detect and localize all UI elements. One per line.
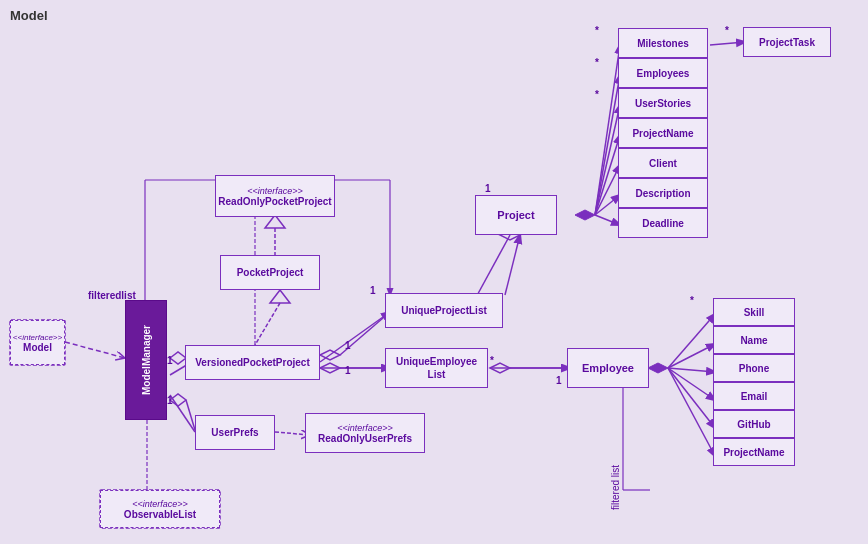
client-box: Client <box>618 148 708 178</box>
oblist-stereotype: <<interface>> <box>132 499 188 509</box>
milestones-label: Milestones <box>637 38 689 49</box>
project-name-emp-box: ProjectName <box>713 438 795 466</box>
svg-marker-33 <box>320 350 340 360</box>
name-attr-label: Name <box>740 335 767 346</box>
svg-line-12 <box>595 135 620 215</box>
description-box: Description <box>618 178 708 208</box>
svg-line-6 <box>505 235 520 295</box>
email-box: Email <box>713 382 795 410</box>
user-prefs-box: UserPrefs <box>195 415 275 450</box>
svg-line-16 <box>710 42 745 45</box>
ropj-name: ReadOnlyPocketProject <box>218 196 331 207</box>
svg-marker-35 <box>320 363 340 373</box>
client-label: Client <box>649 158 677 169</box>
unique-project-list-label: UniqueProjectList <box>401 305 487 316</box>
employees-attr-box: Employees <box>618 58 708 88</box>
svg-marker-17 <box>648 363 668 373</box>
project-name-proj-label: ProjectName <box>632 128 693 139</box>
versioned-pocket-project-box: VersionedPocketProject <box>185 345 320 380</box>
model-manager-box: ModelManager <box>125 300 167 420</box>
project-box: Project <box>475 195 557 235</box>
user-stories-label: UserStories <box>635 98 691 109</box>
svg-line-3 <box>170 395 195 432</box>
project-task-label: ProjectTask <box>759 37 815 48</box>
label-star-milestones: * <box>595 25 599 36</box>
skill-box: Skill <box>713 298 795 326</box>
ropj-stereotype: <<interface>> <box>247 186 303 196</box>
svg-line-21 <box>668 368 715 400</box>
svg-line-13 <box>595 165 620 215</box>
phone-box: Phone <box>713 354 795 382</box>
label-1-mm-up: 1 <box>167 395 173 406</box>
project-task-box: ProjectTask <box>743 27 831 57</box>
versioned-pocket-project-label: VersionedPocketProject <box>195 357 310 368</box>
readonly-pocket-project-box: <<interface>> ReadOnlyPocketProject <box>215 175 335 217</box>
github-box: GitHub <box>713 410 795 438</box>
email-label: Email <box>741 391 768 402</box>
model-manager-label: ModelManager <box>141 325 152 395</box>
label-1-mm-vp: 1 <box>167 355 173 366</box>
unique-employee-list-label: UniqueEmployeeList <box>396 355 477 381</box>
project-label: Project <box>497 209 534 221</box>
readonly-user-prefs-box: <<interface>> ReadOnlyUserPrefs <box>305 413 425 453</box>
svg-line-27 <box>255 303 280 345</box>
label-filtered-right: filtered list <box>610 430 621 510</box>
project-name-proj-box: ProjectName <box>618 118 708 148</box>
description-label: Description <box>635 188 690 199</box>
milestones-box: Milestones <box>618 28 708 58</box>
svg-line-23 <box>668 368 715 456</box>
employee-label: Employee <box>582 362 634 374</box>
phone-label: Phone <box>739 363 770 374</box>
unique-project-list-box: UniqueProjectList <box>385 293 503 328</box>
diagram-title: Model <box>10 8 48 23</box>
label-1-upl: 1 <box>370 285 376 296</box>
svg-marker-8 <box>575 210 595 220</box>
pocket-project-box: PocketProject <box>220 255 320 290</box>
label-star-userstories: * <box>595 89 599 100</box>
project-name-emp-label: ProjectName <box>723 447 784 458</box>
label-star-emp: * <box>490 355 494 366</box>
model-name: Model <box>23 342 52 353</box>
svg-line-15 <box>595 215 620 225</box>
label-star-projecttask: * <box>725 25 729 36</box>
svg-line-19 <box>668 344 715 368</box>
svg-line-11 <box>595 105 620 215</box>
svg-line-4 <box>320 312 390 362</box>
model-interface-box: <<interface>> Model <box>10 320 65 365</box>
name-attr-box: Name <box>713 326 795 354</box>
pocket-project-label: PocketProject <box>237 267 304 278</box>
deadline-label: Deadline <box>642 218 684 229</box>
observable-list-box: <<interface>> ObservableList <box>100 490 220 528</box>
oblist-name: ObservableList <box>124 509 196 520</box>
deadline-box: Deadline <box>618 208 708 238</box>
label-1-empfinal: 1 <box>556 375 562 386</box>
label-star-skill: * <box>690 295 694 306</box>
svg-line-45 <box>186 400 195 430</box>
roup-stereotype: <<interface>> <box>337 423 393 433</box>
skill-label: Skill <box>744 307 765 318</box>
svg-line-18 <box>668 314 715 368</box>
roup-name: ReadOnlyUserPrefs <box>318 433 412 444</box>
employee-box: Employee <box>567 348 649 388</box>
label-star-employees: * <box>595 57 599 68</box>
github-label: GitHub <box>737 419 770 430</box>
svg-line-20 <box>668 368 715 372</box>
svg-marker-26 <box>270 290 290 303</box>
unique-employee-list-box: UniqueEmployeeList <box>385 348 488 388</box>
label-1-proj: 1 <box>485 183 491 194</box>
employees-attr-label: Employees <box>637 68 690 79</box>
model-stereotype: <<interface>> <box>13 333 62 342</box>
svg-line-9 <box>595 45 620 215</box>
user-prefs-label: UserPrefs <box>211 427 258 438</box>
svg-line-1 <box>65 342 125 358</box>
user-stories-box: UserStories <box>618 88 708 118</box>
label-1-uelist: 1 <box>345 365 351 376</box>
label-1-vplist: 1 <box>345 340 351 351</box>
svg-line-22 <box>668 368 715 428</box>
diagram-canvas: Model <box>0 0 868 544</box>
svg-line-14 <box>595 195 620 215</box>
